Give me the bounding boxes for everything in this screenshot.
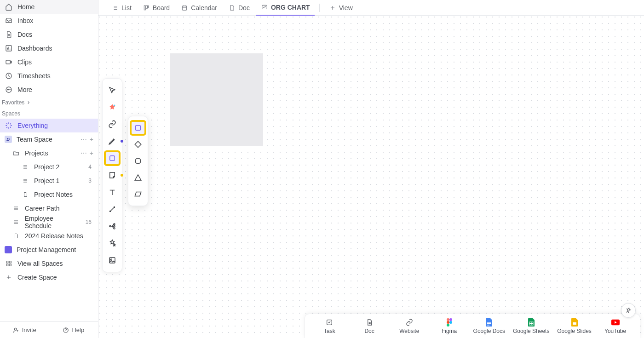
shape-parallelogram[interactable] bbox=[130, 186, 146, 202]
whiteboard-canvas[interactable]: Task Doc Website Figma Google Docs Googl… bbox=[98, 16, 644, 338]
svg-point-34 bbox=[447, 324, 449, 327]
tool-pen[interactable] bbox=[104, 133, 121, 149]
embed-doc[interactable]: Doc bbox=[353, 318, 385, 334]
list-icon bbox=[12, 204, 20, 212]
tab-doc[interactable]: Doc bbox=[224, 0, 254, 16]
svg-point-4 bbox=[7, 89, 8, 90]
space-team[interactable]: Team Space⋯+ bbox=[0, 132, 98, 146]
help-button[interactable]: Help bbox=[49, 322, 98, 338]
shape-rectangle[interactable] bbox=[130, 120, 146, 136]
svg-point-21 bbox=[109, 226, 111, 227]
svg-rect-17 bbox=[148, 6, 148, 8]
pen-color-dot bbox=[121, 140, 123, 143]
svg-rect-36 bbox=[487, 323, 491, 324]
tab-board[interactable]: Board bbox=[138, 0, 174, 16]
list-icon bbox=[21, 177, 29, 185]
svg-rect-20 bbox=[110, 156, 115, 161]
figma-icon bbox=[445, 318, 454, 327]
svg-rect-9 bbox=[6, 261, 8, 263]
tool-image[interactable] bbox=[104, 252, 121, 268]
svg-point-7 bbox=[7, 138, 8, 139]
nav-timesheets[interactable]: Timesheets bbox=[0, 69, 98, 83]
space-everything[interactable]: Everything bbox=[0, 119, 98, 132]
more-dots-icon[interactable]: ⋯ bbox=[80, 149, 87, 157]
tool-shape[interactable] bbox=[104, 150, 121, 166]
doc-icon bbox=[12, 232, 20, 240]
tool-mindmap[interactable] bbox=[104, 218, 121, 234]
clips-icon bbox=[5, 58, 13, 66]
pin-button[interactable] bbox=[621, 303, 636, 318]
everything-icon bbox=[5, 121, 13, 130]
shape-triangle[interactable] bbox=[130, 170, 146, 185]
list-career-path[interactable]: Career Path bbox=[0, 201, 98, 215]
create-space[interactable]: Create Space bbox=[0, 270, 98, 284]
embed-app-bar: Task Doc Website Figma Google Docs Googl… bbox=[305, 314, 640, 338]
embed-google-sheets[interactable]: Google Sheets bbox=[513, 318, 549, 334]
svg-rect-37 bbox=[487, 325, 489, 326]
folder-icon bbox=[12, 149, 20, 157]
nav-docs[interactable]: Docs bbox=[0, 28, 98, 41]
embed-figma[interactable]: Figma bbox=[433, 318, 466, 334]
tool-ai[interactable] bbox=[104, 99, 121, 115]
nav-home[interactable]: Home bbox=[0, 0, 98, 14]
embed-youtube[interactable]: YouTube bbox=[599, 318, 632, 334]
svg-point-33 bbox=[449, 321, 452, 324]
svg-point-30 bbox=[447, 318, 449, 321]
embed-google-docs[interactable]: Google Docs bbox=[473, 318, 505, 334]
more-dots-icon[interactable]: ⋯ bbox=[80, 136, 87, 143]
tab-org-chart[interactable]: ORG CHART bbox=[256, 0, 315, 16]
sticky-color-dot bbox=[121, 174, 123, 177]
shape-diamond[interactable] bbox=[130, 137, 146, 152]
list-icon bbox=[21, 163, 29, 171]
grid-icon bbox=[5, 259, 13, 268]
plus-icon[interactable]: + bbox=[90, 149, 93, 157]
svg-rect-11 bbox=[6, 264, 8, 266]
folder-projects[interactable]: Projects⋯+ bbox=[0, 146, 98, 160]
tool-text[interactable] bbox=[104, 184, 121, 200]
svg-rect-10 bbox=[9, 261, 11, 263]
nav-inbox[interactable]: Inbox bbox=[0, 14, 98, 28]
tool-connector[interactable] bbox=[104, 201, 121, 217]
favorites-section[interactable]: Favorites bbox=[0, 97, 98, 108]
tab-calendar[interactable]: Calendar bbox=[176, 0, 222, 16]
list-project-1[interactable]: Project 13 bbox=[0, 174, 98, 188]
add-view-button[interactable]: View bbox=[324, 0, 357, 16]
list-employee-schedule[interactable]: Employee Schedule16 bbox=[0, 215, 98, 229]
list-icon bbox=[111, 4, 119, 11]
doc-project-notes[interactable]: Project Notes bbox=[0, 188, 98, 201]
svg-rect-39 bbox=[573, 322, 576, 325]
list-project-2[interactable]: Project 24 bbox=[0, 160, 98, 174]
plus-icon[interactable]: + bbox=[90, 136, 93, 143]
view-all-spaces[interactable]: View all Spaces bbox=[0, 257, 98, 270]
tool-sticky[interactable] bbox=[104, 167, 121, 183]
doc-release-notes[interactable]: 2024 Release Notes bbox=[0, 229, 98, 243]
svg-rect-27 bbox=[136, 126, 141, 131]
plus-icon bbox=[5, 273, 13, 281]
nav-more[interactable]: More bbox=[0, 83, 98, 97]
svg-point-28 bbox=[135, 158, 141, 164]
embed-task[interactable]: Task bbox=[313, 318, 345, 334]
space-project-management[interactable]: Project Management bbox=[0, 243, 98, 257]
gdocs-icon bbox=[485, 318, 493, 327]
svg-rect-25 bbox=[109, 258, 115, 263]
embed-google-slides[interactable]: Google Slides bbox=[557, 318, 592, 334]
list-icon bbox=[12, 218, 20, 226]
nav-clips[interactable]: Clips bbox=[0, 55, 98, 69]
invite-button[interactable]: Invite bbox=[0, 322, 49, 338]
nav-dashboards[interactable]: Dashboards bbox=[0, 41, 98, 55]
dash-icon bbox=[5, 44, 13, 52]
shape-circle[interactable] bbox=[130, 153, 146, 169]
svg-rect-1 bbox=[6, 60, 10, 64]
svg-rect-18 bbox=[182, 6, 186, 10]
board-icon bbox=[143, 4, 150, 11]
more-icon bbox=[5, 86, 13, 94]
pm-icon bbox=[5, 246, 12, 253]
doc-icon bbox=[21, 190, 29, 199]
tool-link[interactable] bbox=[104, 116, 121, 132]
tool-stamp[interactable] bbox=[104, 235, 121, 251]
drawn-rectangle[interactable] bbox=[170, 53, 263, 146]
tab-list[interactable]: List bbox=[107, 0, 136, 16]
tool-select[interactable] bbox=[104, 82, 121, 98]
svg-point-22 bbox=[114, 223, 115, 225]
embed-website[interactable]: Website bbox=[393, 318, 426, 334]
